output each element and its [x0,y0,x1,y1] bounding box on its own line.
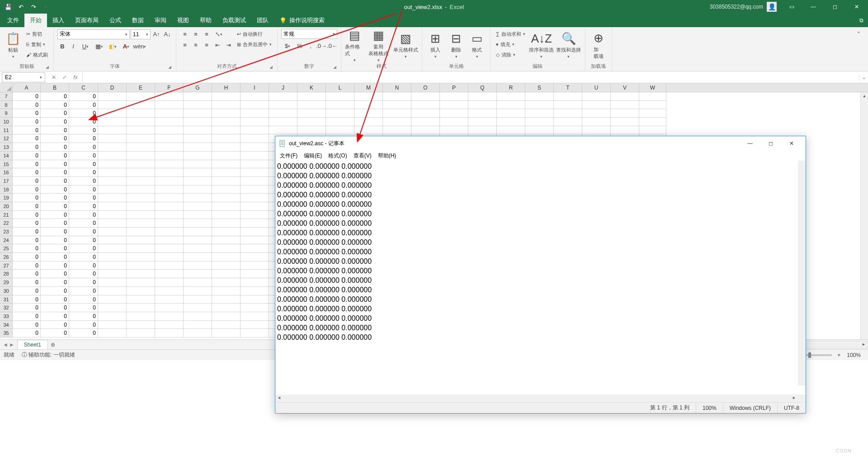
cell[interactable]: 0 [41,228,69,236]
cell[interactable]: 0 [41,177,69,185]
cell[interactable] [497,101,525,109]
cell[interactable] [639,92,666,101]
cell[interactable] [127,278,155,287]
cell[interactable] [155,92,184,101]
cell[interactable] [468,101,497,109]
row-header[interactable]: 9 [0,109,13,118]
align-middle-icon[interactable]: ≡ [191,29,201,39]
cell[interactable]: 0 [13,168,41,177]
cell[interactable] [212,304,241,312]
cell[interactable] [297,101,326,109]
cell[interactable] [241,152,269,160]
cell[interactable] [127,287,155,295]
cell[interactable] [582,118,611,126]
cell[interactable] [155,321,184,329]
notepad-close-icon[interactable]: ✕ [781,137,802,150]
addins-button[interactable]: ⊕加 载项 [589,29,608,62]
row-header[interactable]: 8 [0,101,13,109]
column-header[interactable]: A [13,83,41,92]
cell[interactable] [184,185,212,194]
cell[interactable]: 0 [13,253,41,262]
cell[interactable]: 0 [69,228,98,236]
column-header[interactable]: I [241,83,269,92]
notepad-titlebar[interactable]: out_view2.asc - 记事本 — ◻ ✕ [275,136,806,151]
cell[interactable] [554,92,582,101]
cell[interactable] [155,304,184,312]
cell[interactable] [326,101,354,109]
cell[interactable] [611,92,639,101]
row-header[interactable]: 11 [0,126,13,135]
row-header[interactable]: 10 [0,118,13,126]
cell[interactable] [155,202,184,211]
column-header[interactable]: G [184,83,212,92]
cell[interactable] [582,126,611,135]
cell[interactable] [440,109,468,118]
column-header[interactable]: M [354,83,383,92]
cell[interactable] [184,211,212,219]
cell[interactable]: 0 [13,134,41,143]
row-header[interactable]: 29 [0,278,13,287]
cell[interactable] [354,101,383,109]
cut-button[interactable]: ✂剪切 [24,29,50,39]
cell[interactable]: 0 [69,270,98,278]
cell[interactable] [241,287,269,295]
column-header[interactable]: P [440,83,468,92]
cell[interactable] [212,109,241,118]
cell[interactable]: 0 [69,219,98,228]
cell[interactable] [127,253,155,262]
cell[interactable] [212,118,241,126]
tab-视图[interactable]: 视图 [172,14,194,27]
cell[interactable]: 0 [13,270,41,278]
cell[interactable] [98,312,127,321]
cell[interactable]: 0 [41,109,69,118]
select-all-button[interactable] [0,83,13,92]
cell[interactable] [184,262,212,270]
cell[interactable] [184,287,212,295]
cell[interactable]: 0 [69,160,98,169]
cell[interactable] [155,177,184,185]
user-email[interactable]: 3038505322@qq.com [710,4,763,10]
cell[interactable] [212,202,241,211]
cell[interactable] [127,219,155,228]
cell[interactable] [184,92,212,101]
column-header[interactable]: K [297,83,326,92]
minimize-icon[interactable]: — [803,0,824,14]
close-icon[interactable]: ✕ [846,0,867,14]
notepad-menu-item[interactable]: 查看(V) [351,152,374,160]
cell[interactable]: 0 [41,134,69,143]
cell[interactable] [98,168,127,177]
expand-formula-icon[interactable]: ⌄ [859,74,868,81]
cell[interactable]: 0 [69,202,98,211]
cell[interactable] [383,109,411,118]
align-center-icon[interactable]: ≡ [191,40,201,50]
format-painter-button[interactable]: 🖌格式刷 [24,50,50,60]
row-header[interactable]: 24 [0,236,13,245]
cell[interactable]: 0 [13,287,41,295]
cell[interactable] [582,92,611,101]
cell[interactable] [554,126,582,135]
fill-button[interactable]: ▾填充▾ [494,39,527,49]
cell[interactable] [554,109,582,118]
cell[interactable] [297,118,326,126]
cell[interactable] [127,236,155,245]
cell[interactable] [98,262,127,270]
cell[interactable] [212,211,241,219]
cell[interactable] [241,278,269,287]
cell[interactable] [184,329,212,338]
cell[interactable]: 0 [13,228,41,236]
cell[interactable] [639,126,666,135]
tell-me-search[interactable]: 💡操作说明搜索 [274,14,330,27]
cell[interactable] [241,253,269,262]
cell[interactable]: 0 [69,152,98,160]
cell[interactable]: 0 [41,202,69,211]
cell[interactable] [297,109,326,118]
dialog-launcher-icon[interactable]: ◢ [46,65,49,69]
cell[interactable] [184,321,212,329]
cell[interactable]: 0 [41,278,69,287]
row-header[interactable]: 15 [0,160,13,169]
cell[interactable] [155,160,184,169]
row-header[interactable]: 14 [0,152,13,160]
align-top-icon[interactable]: ≡ [180,29,190,39]
cell[interactable] [326,109,354,118]
notepad-menu-item[interactable]: 格式(O) [326,152,349,160]
